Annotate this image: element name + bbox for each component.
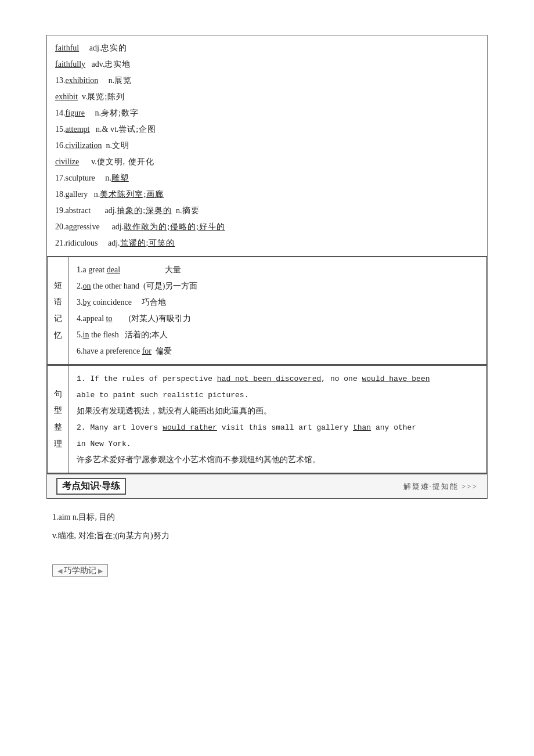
vocab-exhibition: 13.exhibition n.展览 (55, 73, 479, 89)
sentence-label-ju: 句 (54, 387, 62, 402)
phrase-label-yi: 忆 (54, 328, 62, 344)
vocab-sculpture: 17.sculpture n.雕塑 (55, 170, 479, 186)
sentence-1-en: 1. If the rules of perspective had not b… (77, 370, 478, 387)
vocab-faithful: faithful adj.忠实的 (55, 40, 479, 56)
phrase-label-yu: 语 (54, 294, 62, 310)
vocab-table: faithful adj.忠实的 faithfully adv.忠实地 13.e… (46, 35, 488, 474)
phrase-3: 3.by coincidence 巧合地 (77, 294, 478, 311)
phrase-label-ji: 记 (54, 311, 62, 327)
sentence-2-en-cont: in New York. (77, 435, 478, 452)
word-civilization: civilization (66, 141, 102, 150)
phrases-labels: 短 语 记 忆 (49, 278, 67, 343)
bottom-entry-2: v.瞄准, 对准;旨在;(向某方向)努力 (52, 528, 482, 544)
sentences-labels: 句 型 整 理 (49, 387, 67, 452)
vocab-abstract: 19.abstract adj.抽象的;深奥的 n.摘要 (55, 203, 479, 219)
qiaoxueji-label: 巧学助记 (52, 564, 108, 577)
bottom-entry-1: 1.aim n.目标, 目的 (52, 509, 482, 525)
vocab-gallery: 18.gallery n.美术陈列室;画廊 (55, 186, 479, 203)
phrase-deal-underline: deal (107, 265, 120, 274)
word-faithfully: faithfully (55, 60, 85, 69)
phrases-row: 短 语 记 忆 1.a great deal (47, 257, 488, 365)
vocab-faithfully: faithfully adv.忠实地 (55, 56, 479, 73)
phrase-for-underline: for (142, 347, 151, 355)
phrase-6: 6.have a preference for 偏爱 (77, 343, 478, 359)
sentences-content: 1. If the rules of perspective had not b… (68, 366, 487, 473)
phrase-on-underline: on (83, 282, 91, 290)
word-exhibit: exhibit (55, 92, 78, 101)
sentence-2-cn: 许多艺术爱好者宁愿参观这个小艺术馆而不参观纽约其他的艺术馆。 (77, 452, 478, 468)
phrase-2: 2.on the other hand (可是)另一方面 (77, 278, 478, 294)
section-header-title: 考点知识·导练 (56, 478, 126, 495)
phrase-1: 1.a great deal 大量 (77, 262, 478, 278)
vocab-figure: 14.figure n.身材;数字 (55, 105, 479, 121)
sentence-1-en-cont: able to paint such realistic pictures. (77, 387, 478, 403)
word-figure: figure (66, 109, 85, 117)
vocab-civilize: civilize v.使文明, 使开化 (55, 154, 479, 170)
word-civilize: civilize (55, 157, 79, 166)
section-header: 考点知识·导练 解疑难·提知能 >>> (46, 474, 488, 499)
sentences-row: 句 型 整 理 1. If the rules of (47, 365, 488, 474)
sentences-inner-table: 句 型 整 理 1. If the rules of (47, 365, 487, 473)
sentence-1-text: 1. If the rules of perspective had not b… (77, 375, 430, 383)
phrase-5: 5.in the flesh 活着的;本人 (77, 327, 478, 343)
sentence-label-li: 理 (54, 437, 62, 452)
vocab-exhibit: exhibit v.展览;陈列 (55, 89, 479, 105)
phrase-label-short: 短 (54, 278, 62, 294)
vocab-ridiculous: 21.ridiculous adj.荒谬的;可笑的 (55, 235, 479, 251)
s1-underline2: would have been (362, 375, 430, 383)
vocab-entries-cell: faithful adj.忠实的 faithfully adv.忠实地 13.e… (47, 35, 488, 257)
vocab-civilization: 16.civilization n.文明 (55, 138, 479, 154)
sentence-label-zheng: 整 (54, 420, 62, 435)
phrases-inner-table: 短 语 记 忆 1.a great deal (47, 257, 487, 365)
vocab-aggressive: 20.aggressive adj.敢作敢为的;侵略的;好斗的 (55, 219, 479, 235)
sentence-2-en: 2. Many art lovers would rather visit th… (77, 419, 478, 435)
sentences-label-cell: 句 型 整 理 (48, 366, 68, 473)
phrases-label-cell: 短 语 记 忆 (48, 257, 68, 365)
sentence-1-cn: 如果没有发现透视法，就没有人能画出如此逼真的画。 (77, 403, 478, 419)
phrase-in-underline: in (83, 330, 89, 339)
phrase-by-underline: by (83, 298, 91, 307)
word-faithful: faithful (55, 44, 79, 52)
s2-underline1: would rather (163, 423, 217, 432)
sentence-label-xing: 型 (54, 403, 62, 419)
vocab-attempt: 15.attempt n.& vt.尝试;企图 (55, 121, 479, 138)
phrase-4: 4.appeal to (对某人)有吸引力 (77, 311, 478, 327)
word-attempt: attempt (66, 125, 90, 134)
word-exhibition: exhibition (66, 76, 99, 85)
phrases-content: 1.a great deal 大量 2.on the other hand (可… (68, 257, 487, 365)
bottom-content: 1.aim n.目标, 目的 v.瞄准, 对准;旨在;(向某方向)努力 巧学助记 (46, 499, 488, 585)
section-header-subtitle: 解疑难·提知能 >>> (403, 481, 478, 492)
s2-underline2: than (353, 423, 371, 432)
s1-underline1: had not been discovered (217, 375, 321, 383)
phrase-to-underline: to (106, 314, 113, 323)
